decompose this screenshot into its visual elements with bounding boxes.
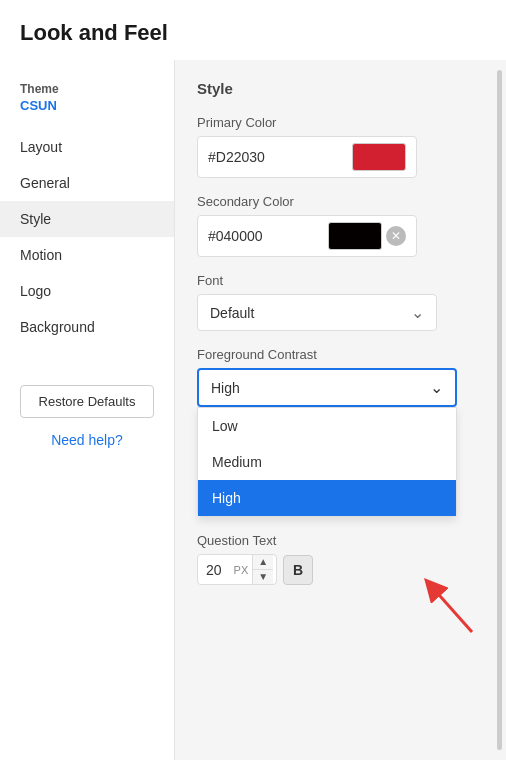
- dropdown-item-low[interactable]: Low: [198, 408, 456, 444]
- theme-value: CSUN: [20, 98, 154, 113]
- primary-color-label: Primary Color: [197, 115, 484, 130]
- section-title: Style: [197, 80, 484, 97]
- stepper-buttons: ▲ ▼: [252, 555, 273, 584]
- sidebar-item-general[interactable]: General: [0, 165, 174, 201]
- font-value: Default: [210, 305, 411, 321]
- foreground-contrast-label: Foreground Contrast: [197, 347, 484, 362]
- stepper-up-button[interactable]: ▲: [253, 555, 273, 570]
- page-title: Look and Feel: [0, 0, 506, 60]
- secondary-color-swatch[interactable]: [328, 222, 382, 250]
- primary-color-swatch[interactable]: [352, 143, 406, 171]
- theme-label: Theme: [20, 82, 154, 96]
- svg-line-0: [432, 587, 472, 632]
- sidebar-item-logo[interactable]: Logo: [0, 273, 174, 309]
- foreground-contrast-dropdown: Low Medium High: [197, 407, 457, 517]
- secondary-color-label: Secondary Color: [197, 194, 484, 209]
- primary-color-hex: #D22030: [208, 149, 352, 165]
- sidebar-item-motion[interactable]: Motion: [0, 237, 174, 273]
- clear-secondary-color-button[interactable]: ✕: [386, 226, 406, 246]
- sidebar-item-style[interactable]: Style: [0, 201, 174, 237]
- dropdown-item-high[interactable]: High: [198, 480, 456, 516]
- foreground-contrast-trigger[interactable]: High ⌄: [197, 368, 457, 407]
- dropdown-item-medium[interactable]: Medium: [198, 444, 456, 480]
- restore-defaults-button[interactable]: Restore Defaults: [20, 385, 154, 418]
- question-text-size-value: 20: [198, 556, 230, 584]
- question-text-unit: PX: [230, 564, 253, 576]
- secondary-color-hex: #040000: [208, 228, 328, 244]
- question-text-label: Question Text: [197, 533, 484, 548]
- font-label: Font: [197, 273, 484, 288]
- secondary-color-input[interactable]: #040000 ✕: [197, 215, 417, 257]
- primary-color-input[interactable]: #D22030: [197, 136, 417, 178]
- arrow-annotation: [422, 577, 482, 640]
- font-select[interactable]: Default ⌄: [197, 294, 437, 331]
- foreground-contrast-section: High ⌄ Low Medium High: [197, 368, 457, 517]
- scrollbar[interactable]: [497, 70, 502, 750]
- foreground-contrast-chevron-icon: ⌄: [430, 378, 443, 397]
- bold-button[interactable]: B: [283, 555, 313, 585]
- content-panel: Style Primary Color #D22030 Secondary Co…: [175, 60, 506, 760]
- foreground-contrast-value: High: [211, 380, 430, 396]
- question-text-size-input[interactable]: 20 PX ▲ ▼: [197, 554, 277, 585]
- sidebar: Theme CSUN Layout General Style Motion L…: [0, 60, 175, 760]
- sidebar-item-layout[interactable]: Layout: [0, 129, 174, 165]
- stepper-down-button[interactable]: ▼: [253, 570, 273, 584]
- font-chevron-icon: ⌄: [411, 303, 424, 322]
- need-help-link[interactable]: Need help?: [20, 432, 154, 448]
- sidebar-item-background[interactable]: Background: [0, 309, 174, 345]
